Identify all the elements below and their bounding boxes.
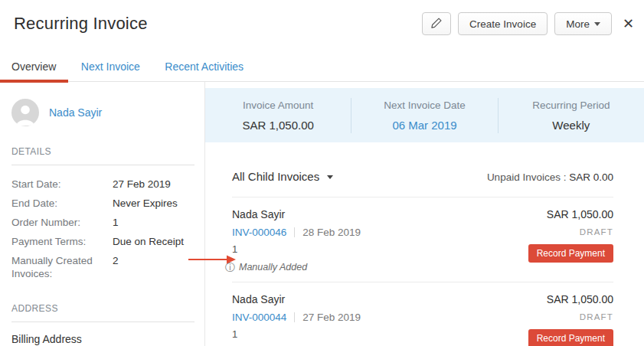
invoice-number-link[interactable]: INV-000046: [232, 227, 286, 238]
invoice-customer: Nada Sayir: [232, 293, 361, 305]
summary-value: SAR 1,050.00: [205, 119, 351, 132]
manually-added-note: ⓘ Manually Added: [225, 262, 361, 273]
record-payment-button[interactable]: Record Payment: [528, 244, 613, 263]
avatar: [11, 99, 39, 126]
field-value: 27 Feb 2019: [113, 178, 171, 191]
address-heading: ADDRESS: [11, 303, 195, 314]
field-label: Start Date:: [11, 178, 113, 191]
pencil-icon: [430, 16, 443, 32]
invoice-quantity: 1: [232, 328, 361, 340]
field-value: Due on Receipt: [113, 235, 184, 248]
billing-address-label: Billing Address: [11, 333, 195, 345]
field-value: 2: [113, 254, 119, 280]
create-invoice-button[interactable]: Create Invoice: [458, 12, 548, 35]
invoice-amount: SAR 1,050.00: [528, 208, 613, 220]
page-body: Nada Sayir DETAILS Start Date: 27 Feb 20…: [0, 82, 644, 346]
invoice-row-right: SAR 1,050.00 DRAFT Record Payment: [528, 208, 613, 273]
invoice-row: Nada Sayir INV-00004628 Feb 2019 1 ⓘ Man…: [232, 197, 613, 282]
invoice-meta: INV-00004628 Feb 2019: [232, 227, 361, 238]
edit-button[interactable]: [422, 12, 451, 35]
field-manually-created-invoices: Manually Created Invoices: 2: [11, 254, 195, 280]
record-payment-button[interactable]: Record Payment: [528, 329, 613, 346]
tab-next-invoice[interactable]: Next Invoice: [81, 60, 140, 81]
invoice-row-left: Nada Sayir INV-00004427 Feb 2019 1 ⓘ Man…: [232, 293, 361, 346]
invoice-date: 28 Feb 2019: [302, 227, 361, 238]
meta-separator: [294, 227, 295, 237]
customer-name-link[interactable]: Nada Sayir: [49, 106, 102, 119]
main-panel: Invoice Amount SAR 1,050.00 Next Invoice…: [205, 82, 644, 346]
summary-label: Invoice Amount: [205, 100, 351, 111]
child-invoices-header: All Child Invoices Unpaid Invoices : SAR…: [232, 170, 613, 183]
field-payment-terms: Payment Terms: Due on Receipt: [11, 235, 195, 248]
summary-recurring-period: Recurring Period Weekly: [499, 100, 644, 132]
summary-invoice-amount: Invoice Amount SAR 1,050.00: [205, 100, 351, 132]
tab-bar: Overview Next Invoice Recent Activities: [0, 51, 644, 82]
field-value: 1: [113, 216, 119, 229]
summary-strip: Invoice Amount SAR 1,050.00 Next Invoice…: [205, 88, 644, 142]
invoice-quantity: 1: [232, 243, 361, 255]
customer-block: Nada Sayir: [11, 99, 195, 126]
recurring-invoice-page: Recurring Invoice Create Invoice More ✕ …: [0, 0, 644, 346]
invoice-number-link[interactable]: INV-000044: [232, 312, 286, 323]
field-label: Manually Created Invoices:: [11, 254, 113, 280]
invoice-customer: Nada Sayir: [232, 208, 361, 220]
chevron-down-icon: [594, 22, 600, 26]
more-button-label: More: [566, 18, 590, 30]
invoice-row-left: Nada Sayir INV-00004628 Feb 2019 1 ⓘ Man…: [232, 208, 361, 273]
status-badge: DRAFT: [528, 227, 613, 237]
invoice-row-right: SAR 1,050.00 DRAFT Record Payment: [528, 293, 613, 346]
next-invoice-date-link[interactable]: 06 Mar 2019: [351, 119, 497, 132]
details-divider: [11, 165, 195, 165]
close-icon[interactable]: ✕: [623, 17, 634, 31]
header-actions: Create Invoice More ✕: [415, 12, 634, 35]
details-heading: DETAILS: [11, 146, 195, 157]
details-fields: Start Date: 27 Feb 2019 End Date: Never …: [11, 178, 195, 280]
address-divider: [11, 322, 195, 322]
status-badge: DRAFT: [528, 312, 613, 322]
tab-overview[interactable]: Overview: [11, 60, 56, 81]
field-order-number: Order Number: 1: [11, 216, 195, 229]
invoice-date: 27 Feb 2019: [302, 312, 361, 323]
note-text: Manually Added: [239, 262, 307, 273]
field-label: Order Number:: [11, 216, 113, 229]
tab-recent-activities[interactable]: Recent Activities: [165, 60, 244, 81]
field-end-date: End Date: Never Expires: [11, 197, 195, 210]
invoice-meta: INV-00004427 Feb 2019: [232, 312, 361, 323]
summary-label: Next Invoice Date: [351, 100, 497, 111]
info-icon: ⓘ: [225, 263, 235, 273]
summary-value: Weekly: [499, 119, 644, 132]
invoice-row: Nada Sayir INV-00004427 Feb 2019 1 ⓘ Man…: [232, 282, 613, 346]
page-header: Recurring Invoice Create Invoice More ✕: [0, 0, 644, 51]
more-button[interactable]: More: [554, 12, 612, 35]
child-invoices-filter-dropdown[interactable]: All Child Invoices: [232, 170, 333, 183]
field-label: Payment Terms:: [11, 235, 113, 248]
child-invoices-section: All Child Invoices Unpaid Invoices : SAR…: [205, 170, 644, 346]
meta-separator: [294, 312, 295, 322]
summary-label: Recurring Period: [499, 100, 644, 111]
invoice-amount: SAR 1,050.00: [528, 293, 613, 305]
field-value: Never Expires: [113, 197, 178, 210]
field-start-date: Start Date: 27 Feb 2019: [11, 178, 195, 191]
sidebar: Nada Sayir DETAILS Start Date: 27 Feb 20…: [0, 82, 205, 346]
unpaid-label: Unpaid Invoices :: [487, 171, 567, 183]
active-tab-underline: [0, 80, 68, 83]
unpaid-invoices-total: Unpaid Invoices : SAR 0.00: [487, 171, 613, 183]
field-label: End Date:: [11, 197, 113, 210]
filter-label: All Child Invoices: [232, 170, 319, 183]
chevron-down-icon: [327, 175, 333, 179]
unpaid-value: SAR 0.00: [569, 171, 613, 183]
summary-next-invoice-date: Next Invoice Date 06 Mar 2019: [351, 100, 497, 132]
